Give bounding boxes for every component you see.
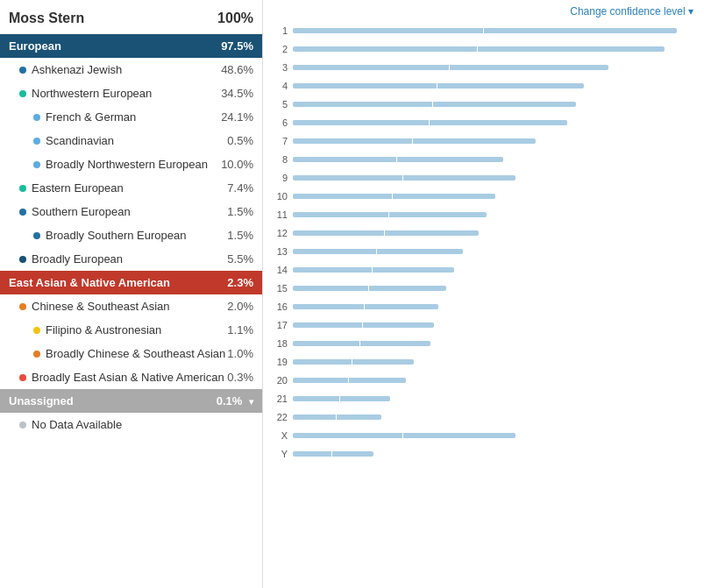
chr-bar-wrapper-4 <box>293 78 697 94</box>
chromosome-row-9: 9 <box>270 170 697 186</box>
chr-bar-wrapper-16 <box>293 299 697 315</box>
chr-label-5: 5 <box>270 99 288 110</box>
category-pct: 7.4% <box>227 181 253 195</box>
chr-label-1: 1 <box>270 25 288 36</box>
chromosome-row-8: 8 <box>270 152 697 167</box>
chr-bar-wrapper-15 <box>293 280 697 296</box>
category-row-french-german[interactable]: French & German24.1% <box>0 105 262 129</box>
category-row-northwestern[interactable]: Northwestern European34.5% <box>0 81 262 105</box>
category-pct: 0.5% <box>227 134 253 147</box>
ancestry-dot <box>19 67 26 74</box>
chr-tick-4 <box>437 80 440 92</box>
category-row-broadly-east[interactable]: Broadly East Asian & Native American0.3% <box>0 365 262 389</box>
category-pct: 97.5% <box>221 39 253 53</box>
category-pct: 10.0% <box>221 158 253 171</box>
category-row-scandinavian[interactable]: Scandinavian0.5% <box>0 129 262 152</box>
chr-tick-7 <box>412 135 416 147</box>
category-row-east-asian[interactable]: East Asian & Native American2.3% <box>0 271 262 294</box>
ancestry-dot <box>33 232 40 239</box>
chr-bar-wrapper-3 <box>293 60 697 75</box>
ancestry-dot <box>19 303 26 310</box>
category-row-unassigned[interactable]: Unassigned0.1% ▾ <box>0 389 262 413</box>
category-pct: 1.5% <box>227 205 253 218</box>
chr-tick-1 <box>483 25 487 37</box>
chr-tick-17 <box>362 319 366 331</box>
chr-tick-13 <box>376 245 380 258</box>
category-row-ashkenazi[interactable]: Ashkenazi Jewish48.6% <box>0 58 262 81</box>
category-pct: 0.1% ▾ <box>217 394 253 407</box>
chr-label-16: 16 <box>270 301 288 312</box>
chr-label-18: 18 <box>270 338 288 349</box>
chr-label-10: 10 <box>270 191 288 202</box>
chr-tick-X <box>402 429 406 442</box>
chr-tick-18 <box>359 337 363 350</box>
chr-label-17: 17 <box>270 320 288 330</box>
chromosome-row-6: 6 <box>270 115 697 131</box>
chr-label-19: 19 <box>270 357 288 367</box>
category-label: Filipino & Austronesian <box>33 323 161 337</box>
chr-bar-wrapper-14 <box>293 262 697 278</box>
category-label: Broadly European <box>19 252 123 266</box>
category-label: Broadly Northwestern European <box>33 158 208 171</box>
chr-label-6: 6 <box>270 117 288 128</box>
chromosome-row-20: 20 <box>270 372 697 388</box>
chr-bar-wrapper-21 <box>293 391 697 407</box>
category-row-broadly-eu[interactable]: Broadly European5.5% <box>0 247 262 271</box>
category-label: Broadly East Asian & Native American <box>19 371 224 384</box>
chr-tick-16 <box>364 301 367 313</box>
category-row-no-data[interactable]: No Data Available <box>0 413 262 436</box>
category-pct: 34.5% <box>221 87 253 100</box>
category-pct: 1.1% <box>227 323 253 337</box>
chr-tick-20 <box>348 374 352 386</box>
category-row-filipino[interactable]: Filipino & Austronesian1.1% <box>0 318 262 342</box>
chr-bar-wrapper-5 <box>293 96 697 112</box>
ancestry-dot <box>33 138 40 145</box>
person-name: Moss Stern <box>9 11 84 26</box>
chr-bar-wrapper-7 <box>293 133 697 149</box>
chr-tick-Y <box>331 448 335 460</box>
change-confidence-link[interactable]: Change confidence level ▾ <box>270 4 697 23</box>
chr-bar-wrapper-1 <box>293 23 697 39</box>
ancestry-dot <box>19 422 26 429</box>
chr-bar-wrapper-9 <box>293 170 697 186</box>
category-label: Unassigned <box>9 394 74 407</box>
chr-label-12: 12 <box>270 228 288 238</box>
chr-label-X: X <box>270 430 288 441</box>
category-row-broadly-nw[interactable]: Broadly Northwestern European10.0% <box>0 152 262 176</box>
chr-bar-wrapper-Y <box>293 446 697 462</box>
category-row-broadly-south[interactable]: Broadly Southern European1.5% <box>0 223 262 247</box>
chromosome-row-4: 4 <box>270 78 697 94</box>
chr-tick-14 <box>372 264 375 276</box>
chromosome-row-2: 2 <box>270 41 697 57</box>
chr-tick-2 <box>477 43 480 55</box>
person-header: Moss Stern 100% <box>0 0 262 34</box>
category-pct: 1.0% <box>227 347 253 360</box>
chromosome-row-1: 1 <box>270 23 697 39</box>
chr-tick-12 <box>384 227 388 239</box>
category-label: No Data Available <box>19 418 122 431</box>
category-row-european[interactable]: European97.5% <box>0 34 262 58</box>
ancestry-dot <box>19 256 26 263</box>
chr-tick-9 <box>402 172 406 184</box>
category-label: East Asian & Native American <box>9 276 170 289</box>
ancestry-dot <box>33 327 40 334</box>
category-row-southern[interactable]: Southern European1.5% <box>0 200 262 223</box>
category-label: Chinese & Southeast Asian <box>19 300 170 313</box>
category-row-eastern[interactable]: Eastern European7.4% <box>0 176 262 200</box>
chromosome-row-5: 5 <box>270 96 697 112</box>
ancestry-dot <box>33 114 40 121</box>
chromosome-row-16: 16 <box>270 299 697 315</box>
category-pct: 0.3% <box>227 371 253 384</box>
category-pct: 5.5% <box>227 252 253 266</box>
chr-tick-15 <box>368 282 372 294</box>
ancestry-panel: Moss Stern 100% European97.5%Ashkenazi J… <box>0 0 263 588</box>
chr-bar-wrapper-10 <box>293 188 697 204</box>
chr-label-21: 21 <box>270 393 288 404</box>
category-label: Eastern European <box>19 181 124 195</box>
chr-label-2: 2 <box>270 44 288 54</box>
chr-label-14: 14 <box>270 265 288 275</box>
category-row-broadly-chinese[interactable]: Broadly Chinese & Southeast Asian1.0% <box>0 342 262 365</box>
chr-label-7: 7 <box>270 136 288 146</box>
categories-list: European97.5%Ashkenazi Jewish48.6%Northw… <box>0 34 262 436</box>
category-row-chinese-se[interactable]: Chinese & Southeast Asian2.0% <box>0 294 262 318</box>
